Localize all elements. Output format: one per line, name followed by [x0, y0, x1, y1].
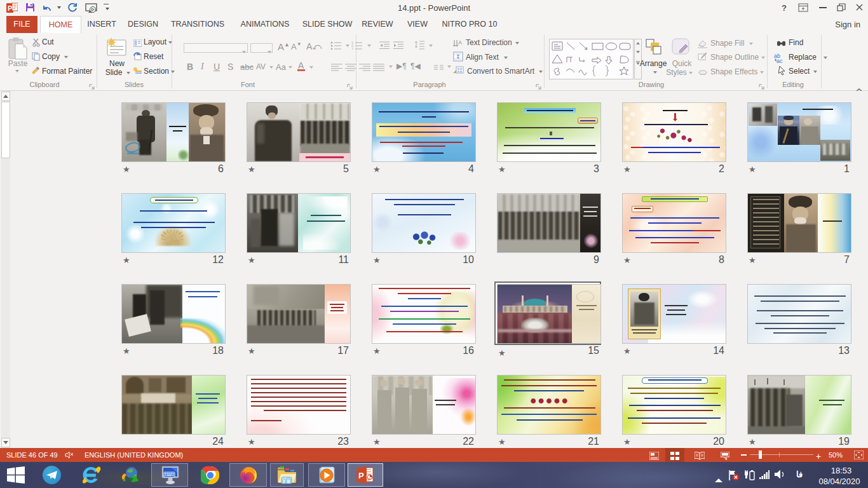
svg-text:3: 3	[351, 47, 353, 50]
svg-text:P: P	[358, 471, 364, 480]
svg-text:A: A	[458, 39, 462, 46]
svg-text:ac: ac	[776, 58, 783, 63]
